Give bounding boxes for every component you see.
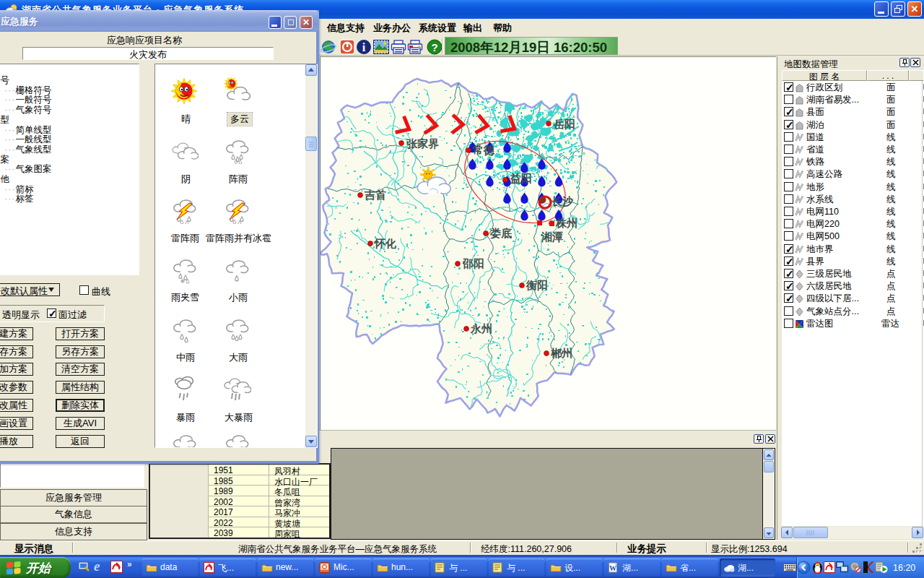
svg-text:岳阳: 岳阳 — [553, 118, 575, 130]
svg-text:W: W — [609, 564, 616, 572]
svg-text:?: ? — [431, 41, 437, 53]
svg-text:常德: 常德 — [472, 144, 495, 156]
svg-text:湘潭: 湘潭 — [541, 230, 563, 243]
svg-text:张家界: 张家界 — [406, 137, 439, 150]
svg-text:i: i — [362, 41, 366, 53]
svg-text:株州: 株州 — [555, 217, 578, 229]
svg-text:娄底: 娄底 — [489, 227, 512, 239]
svg-text:永州: 永州 — [470, 322, 492, 335]
svg-text:郴州: 郴州 — [550, 347, 572, 359]
svg-text:衡阳: 衡阳 — [526, 279, 548, 291]
svg-text:邵阳: 邵阳 — [462, 257, 484, 269]
svg-text:长沙: 长沙 — [551, 195, 574, 207]
svg-text:益阳: 益阳 — [510, 172, 532, 184]
svg-text:怀化: 怀化 — [374, 237, 397, 249]
svg-text:吉首: 吉首 — [364, 189, 386, 201]
